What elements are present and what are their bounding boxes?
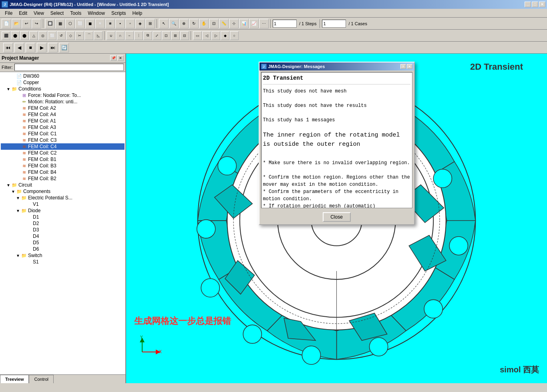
tree-item-fem_b2[interactable]: ≋FEM Coil: B2 xyxy=(1,175,125,182)
menu-file[interactable]: File xyxy=(2,10,16,17)
tree-item-d3[interactable]: D3 xyxy=(1,227,125,233)
view-top-button[interactable]: ⬜ xyxy=(75,19,85,28)
tree-arrow-conditions[interactable]: ▼ xyxy=(6,87,11,91)
mirror-button[interactable]: ⊞ xyxy=(171,31,180,40)
split-button[interactable]: ⋮ xyxy=(134,31,143,40)
loft-button[interactable]: ◇ xyxy=(66,31,75,40)
tree-item-diode[interactable]: ▼📁Diode xyxy=(1,207,125,214)
minimize-button[interactable]: _ xyxy=(525,2,531,7)
view-back-button[interactable]: ◾ xyxy=(105,19,115,28)
tree-item-fem_c1[interactable]: ≋FEM Coil: C1 xyxy=(1,131,125,137)
tree-item-fem_a2[interactable]: ≋FEM Coil: A2 xyxy=(1,105,125,111)
intersect-button[interactable]: ∩ xyxy=(116,31,125,40)
rotate-button[interactable]: ↻ xyxy=(189,19,199,28)
view-bottom-button[interactable]: ▪ xyxy=(115,19,125,28)
sphere-button[interactable]: ⬤ xyxy=(11,31,20,40)
chamfer-button[interactable]: ◺ xyxy=(94,31,103,40)
tree-item-fem_a1[interactable]: ≋FEM Coil: A1 xyxy=(1,118,125,124)
torus-button[interactable]: ◎ xyxy=(38,31,47,40)
tree-item-fem_a4[interactable]: ≋FEM Coil: A4 xyxy=(1,111,125,118)
triangle-right-button[interactable]: ▷ xyxy=(211,31,220,40)
new-button[interactable]: 📄 xyxy=(2,19,11,28)
tree-item-force[interactable]: ⊞Force: Nodal Force: To... xyxy=(1,92,125,99)
tree-item-conditions[interactable]: ▼📁Conditions xyxy=(1,86,125,92)
menu-tools[interactable]: Tools xyxy=(67,10,84,17)
tree-item-fem_c2[interactable]: ≋FEM Coil: C2 xyxy=(1,150,125,156)
open-button[interactable]: 📂 xyxy=(12,19,21,28)
cube-button[interactable]: ⬛ xyxy=(2,31,10,40)
view-right-button[interactable]: ◽ xyxy=(95,19,105,28)
tree-item-components[interactable]: ▼📁Components xyxy=(1,188,125,195)
tree-item-s1[interactable]: S1 xyxy=(1,259,125,265)
revolve-button[interactable]: ↺ xyxy=(57,31,66,40)
menu-scripts[interactable]: Scripts xyxy=(108,10,129,17)
undo-button[interactable]: ↩ xyxy=(22,19,31,28)
menu-edit[interactable]: Edit xyxy=(16,10,30,17)
maximize-button[interactable]: □ xyxy=(532,2,538,7)
dialog-close-title-button[interactable]: ✕ xyxy=(407,64,412,69)
stop-button[interactable]: ■ xyxy=(26,43,35,52)
dialog-close-button[interactable]: Close xyxy=(323,212,351,222)
tree-item-switch[interactable]: ▼📁Switch xyxy=(1,252,125,259)
tree-arrow-circuit[interactable]: ▼ xyxy=(6,183,11,187)
measure-button[interactable]: 📏 xyxy=(219,19,229,28)
tree-item-d2[interactable]: D2 xyxy=(1,220,125,227)
close-button[interactable]: ✕ xyxy=(539,2,545,7)
tree-item-motion[interactable]: ✏Motion: Rotation: unti... xyxy=(1,99,125,105)
circle-button[interactable]: ○ xyxy=(230,31,239,40)
select-button[interactable]: ↖ xyxy=(159,19,169,28)
plane-button[interactable]: ▭ xyxy=(193,31,202,40)
filter-input[interactable] xyxy=(14,64,124,71)
pan-button[interactable]: ✋ xyxy=(199,19,209,28)
menu-help[interactable]: Help xyxy=(129,10,146,17)
tree-item-d4[interactable]: D4 xyxy=(1,233,125,239)
tree-item-electric_potential[interactable]: ▼📁Electric Potential S... xyxy=(1,195,125,201)
tree-arrow-electric_potential[interactable]: ▼ xyxy=(16,196,21,200)
tree-item-fem_a3[interactable]: ≋FEM Coil: A3 xyxy=(1,124,125,131)
tree-item-fem_b1[interactable]: ≋FEM Coil: B1 xyxy=(1,156,125,163)
play-button[interactable]: ▶ xyxy=(37,43,46,52)
tree-arrow-components[interactable]: ▼ xyxy=(11,189,16,194)
mesh-button[interactable]: ⊞ xyxy=(145,19,155,28)
duplicate-button[interactable]: ⧉ xyxy=(143,31,152,40)
zoom-in-button[interactable]: ⊕ xyxy=(179,19,189,28)
tree-item-fem_c4[interactable]: ≋FEM Coil: C4 xyxy=(1,143,125,150)
view-front-button[interactable]: ◼ xyxy=(85,19,95,28)
menu-window[interactable]: Window xyxy=(84,10,108,17)
tree-item-fem_b4[interactable]: ≋FEM Coil: B4 xyxy=(1,169,125,175)
fillet-button[interactable]: ⌒ xyxy=(84,31,93,40)
tree-item-circuit[interactable]: ▼📁Circuit xyxy=(1,182,125,188)
cone-button[interactable]: △ xyxy=(29,31,38,40)
tree-arrow-diode[interactable]: ▼ xyxy=(16,209,21,213)
tree-item-fem_b3[interactable]: ≋FEM Coil: B3 xyxy=(1,163,125,169)
triangle-left-button[interactable]: ◁ xyxy=(202,31,211,40)
diamond-button[interactable]: ◆ xyxy=(221,31,229,40)
zoom-fit-button[interactable]: ⊡ xyxy=(209,19,219,28)
tree-item-d6[interactable]: D6 xyxy=(1,246,125,252)
tree-item-d1[interactable]: D1 xyxy=(1,214,125,220)
move-button[interactable]: ⤢ xyxy=(153,31,161,40)
view-iso-button[interactable]: ⬡ xyxy=(65,19,75,28)
pm-close-button[interactable]: ✕ xyxy=(117,55,124,61)
scale-button[interactable]: ⊡ xyxy=(162,31,171,40)
extrude-button[interactable]: ⬜ xyxy=(48,31,56,40)
prev-frame-button[interactable]: ◀ xyxy=(14,43,24,52)
tree-item-dw360[interactable]: 📄DW360 xyxy=(1,73,125,79)
results-button[interactable]: 📊 xyxy=(239,19,249,28)
loop-button[interactable]: 🔄 xyxy=(59,43,69,52)
view-left-button[interactable]: ▫ xyxy=(125,19,135,28)
menu-view[interactable]: View xyxy=(30,10,47,17)
menu-select[interactable]: Select xyxy=(47,10,67,17)
cut-button[interactable]: ✂ xyxy=(75,31,84,40)
tab-control[interactable]: Control xyxy=(29,375,53,383)
tree-item-copper[interactable]: 📄Copper xyxy=(1,79,125,86)
case-input[interactable] xyxy=(322,20,346,28)
cylinder-button[interactable]: ⬤ xyxy=(20,31,29,40)
redo-button[interactable]: ↪ xyxy=(32,19,41,28)
graph-button[interactable]: 📈 xyxy=(249,19,259,28)
first-frame-button[interactable]: ⏮ xyxy=(3,43,13,52)
tree-item-fem_c3[interactable]: ≋FEM Coil: C3 xyxy=(1,137,125,143)
last-frame-button[interactable]: ⏭ xyxy=(48,43,58,52)
snap-button[interactable]: ⊹ xyxy=(229,19,239,28)
tab-treeview[interactable]: Treeview xyxy=(0,375,29,383)
